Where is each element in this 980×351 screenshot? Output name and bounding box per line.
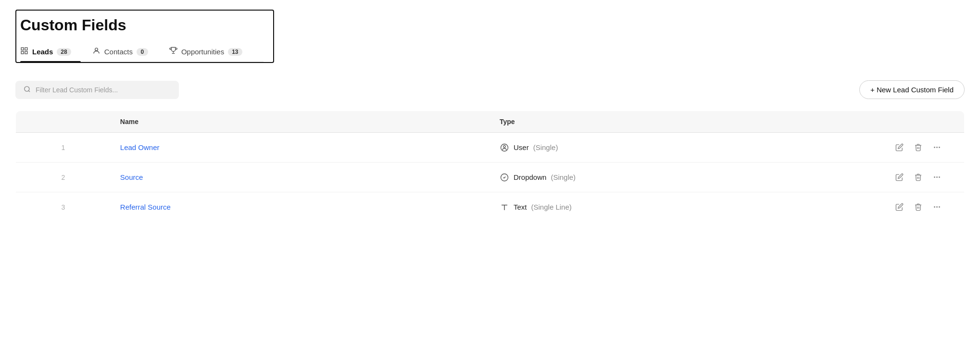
row-1-delete-button[interactable] [912,141,924,153]
row-1-edit-button[interactable] [893,141,905,153]
svg-point-11 [939,147,940,148]
svg-point-14 [936,176,938,178]
row-3-name-link[interactable]: Referral Source [120,203,171,211]
svg-point-4 [95,48,98,51]
svg-line-6 [28,90,30,92]
search-icon [24,86,31,94]
tabs-bar: Leads 28 Contacts 0 [20,42,264,62]
row-1-actions [822,133,965,163]
row-1-type-sub: (Single) [533,143,558,151]
text-t-icon [500,202,509,212]
row-2-type-cell: Dropdown (Single) [490,163,822,192]
row-2-edit-button[interactable] [893,171,905,183]
row-3-name-cell: Referral Source [111,192,490,222]
svg-point-8 [503,145,506,148]
row-3-more-button[interactable] [931,201,943,213]
tab-leads[interactable]: Leads 28 [20,42,81,62]
row-3-delete-button[interactable] [912,201,924,213]
tab-contacts-label: Contacts [104,48,133,56]
svg-point-13 [934,176,935,178]
trophy-icon [169,47,177,57]
row-3-type-sub: (Single Line) [531,203,572,211]
row-1-more-button[interactable] [931,141,943,153]
col-actions-header [822,111,965,133]
row-1-type-label: User [514,143,529,151]
row-3-actions [822,192,965,222]
new-field-btn-label: + New Lead Custom Field [870,86,954,94]
svg-point-10 [936,147,938,148]
col-name-header: Name [111,111,490,133]
row-2-more-button[interactable] [931,171,943,183]
col-type-header: Type [490,111,822,133]
svg-point-9 [934,147,935,148]
row-1-name-cell: Lead Owner [111,133,490,163]
col-num-header [16,111,111,133]
table-row: 1 Lead Owner User (Si [16,133,965,163]
svg-rect-2 [21,51,24,54]
row-1-type-cell: User (Single) [490,133,822,163]
row-3-type-label: Text [514,203,527,211]
user-circle-icon [500,143,509,152]
svg-point-19 [936,206,938,208]
row-3-num: 3 [16,192,111,222]
tab-opportunities-count: 13 [228,48,242,56]
new-lead-custom-field-button[interactable]: + New Lead Custom Field [859,80,965,99]
row-1-num: 1 [16,133,111,163]
toolbar: + New Lead Custom Field [15,80,965,99]
row-2-delete-button[interactable] [912,171,924,183]
table-header-row: Name Type [16,111,965,133]
search-box[interactable] [15,81,179,99]
custom-fields-table: Name Type 1 Lead Owner [15,111,965,222]
tab-leads-count: 28 [57,48,71,56]
row-3-type-cell: Text (Single Line) [490,192,822,222]
row-2-name-link[interactable]: Source [120,173,143,181]
grid-icon [20,47,28,57]
tab-leads-label: Leads [32,48,53,56]
row-3-edit-button[interactable] [893,201,905,213]
table-row: 3 Referral Source Text (Single Line) [16,192,965,222]
person-icon [92,47,101,57]
svg-rect-3 [25,51,27,54]
page-title: Custom Fields [20,16,264,34]
tab-contacts-count: 0 [137,48,148,56]
row-2-actions [822,163,965,192]
svg-point-15 [939,176,940,178]
tab-contacts[interactable]: Contacts 0 [92,42,158,62]
svg-point-20 [939,206,940,208]
svg-rect-0 [21,48,24,50]
tab-opportunities[interactable]: Opportunities 13 [169,42,252,62]
svg-point-5 [25,86,29,91]
table-row: 2 Source Dropdown (Single) [16,163,965,192]
row-2-name-cell: Source [111,163,490,192]
row-2-type-label: Dropdown [514,173,546,181]
row-2-type-sub: (Single) [551,173,576,181]
row-2-num: 2 [16,163,111,192]
svg-point-18 [934,206,935,208]
search-input[interactable] [36,86,171,94]
check-circle-icon [500,173,509,182]
svg-rect-1 [25,48,27,50]
row-1-name-link[interactable]: Lead Owner [120,143,160,151]
tab-opportunities-label: Opportunities [181,48,224,56]
